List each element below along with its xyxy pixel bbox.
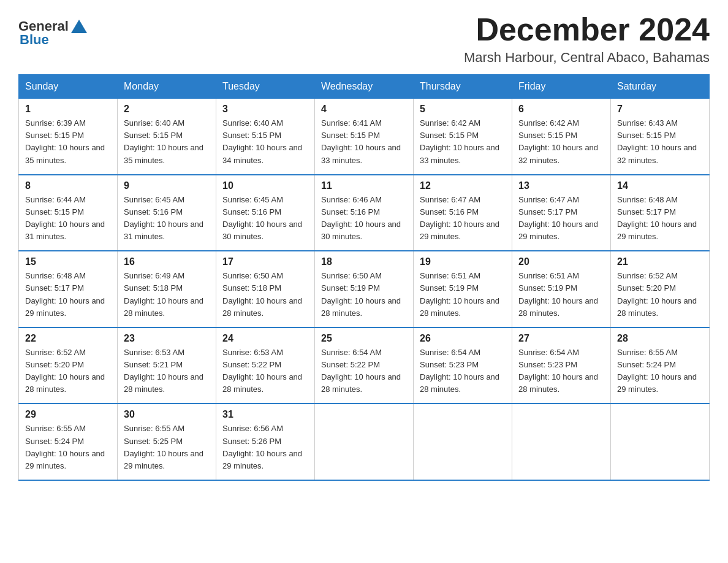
sunset-label: Sunset: 5:18 PM [222,283,281,293]
calendar-table: Sunday Monday Tuesday Wednesday Thursday… [18,74,710,481]
daylight-label: Daylight: 10 hours and 30 minutes. [321,220,401,241]
sunrise-label: Sunrise: 6:45 AM [222,195,283,204]
sunset-label: Sunset: 5:16 PM [124,207,183,216]
sunrise-label: Sunrise: 6:44 AM [25,195,86,204]
day-number: 11 [321,180,407,191]
daylight-label: Daylight: 10 hours and 28 minutes. [321,372,401,394]
daylight-label: Daylight: 10 hours and 28 minutes. [321,296,401,318]
day-number: 27 [518,333,604,344]
day-info: Sunrise: 6:54 AM Sunset: 5:23 PM Dayligh… [518,347,604,396]
sunrise-label: Sunrise: 6:55 AM [617,348,678,357]
sunrise-label: Sunrise: 6:47 AM [420,195,480,204]
day-info: Sunrise: 6:47 AM Sunset: 5:16 PM Dayligh… [420,194,506,243]
day-number: 28 [617,333,703,344]
daylight-label: Daylight: 10 hours and 28 minutes. [420,296,499,318]
calendar-cell: 24 Sunrise: 6:53 AM Sunset: 5:22 PM Dayl… [216,327,315,404]
header-row: Sunday Monday Tuesday Wednesday Thursday… [19,75,710,99]
day-number: 4 [321,104,407,115]
sunset-label: Sunset: 5:24 PM [617,360,676,369]
sunrise-label: Sunrise: 6:53 AM [222,348,283,357]
calendar-cell: 19 Sunrise: 6:51 AM Sunset: 5:19 PM Dayl… [414,251,512,327]
sunset-label: Sunset: 5:25 PM [124,437,183,446]
day-number: 18 [321,256,407,267]
calendar-cell: 22 Sunrise: 6:52 AM Sunset: 5:20 PM Dayl… [19,327,118,404]
sunset-label: Sunset: 5:19 PM [518,283,577,293]
col-thursday: Thursday [414,75,512,99]
sunset-label: Sunset: 5:18 PM [124,283,183,293]
day-info: Sunrise: 6:51 AM Sunset: 5:19 PM Dayligh… [420,270,506,320]
calendar-week-row: 8 Sunrise: 6:44 AM Sunset: 5:15 PM Dayli… [19,175,710,251]
daylight-label: Daylight: 10 hours and 29 minutes. [222,449,302,470]
sunset-label: Sunset: 5:19 PM [321,283,380,293]
sunrise-label: Sunrise: 6:43 AM [617,118,678,128]
daylight-label: Daylight: 10 hours and 32 minutes. [617,143,697,164]
daylight-label: Daylight: 10 hours and 29 minutes. [617,372,697,394]
day-info: Sunrise: 6:46 AM Sunset: 5:16 PM Dayligh… [321,194,407,243]
daylight-label: Daylight: 10 hours and 28 minutes. [124,296,203,318]
month-title: December 2024 [464,12,710,47]
calendar-cell: 25 Sunrise: 6:54 AM Sunset: 5:22 PM Dayl… [315,327,414,404]
sunset-label: Sunset: 5:15 PM [222,131,281,140]
sunrise-label: Sunrise: 6:50 AM [222,271,283,280]
sunset-label: Sunset: 5:21 PM [124,360,183,369]
sunrise-label: Sunrise: 6:42 AM [518,118,579,128]
calendar-cell: 18 Sunrise: 6:50 AM Sunset: 5:19 PM Dayl… [315,251,414,327]
calendar-header: Sunday Monday Tuesday Wednesday Thursday… [19,75,710,99]
calendar-cell: 5 Sunrise: 6:42 AM Sunset: 5:15 PM Dayli… [414,99,512,175]
sunset-label: Sunset: 5:15 PM [518,131,577,140]
logo-text-blue: Blue [20,32,49,48]
sunrise-label: Sunrise: 6:50 AM [321,271,382,280]
calendar-cell: 15 Sunrise: 6:48 AM Sunset: 5:17 PM Dayl… [19,251,118,327]
day-info: Sunrise: 6:47 AM Sunset: 5:17 PM Dayligh… [518,194,604,243]
sunset-label: Sunset: 5:16 PM [420,207,479,216]
day-number: 15 [25,256,111,267]
calendar-cell: 21 Sunrise: 6:52 AM Sunset: 5:20 PM Dayl… [611,251,710,327]
sunrise-label: Sunrise: 6:52 AM [25,348,86,357]
calendar-cell: 14 Sunrise: 6:48 AM Sunset: 5:17 PM Dayl… [611,175,710,251]
sunrise-label: Sunrise: 6:54 AM [321,348,382,357]
day-number: 9 [124,180,210,191]
sunset-label: Sunset: 5:15 PM [124,131,183,140]
daylight-label: Daylight: 10 hours and 30 minutes. [222,220,302,241]
location-title: Marsh Harbour, Central Abaco, Bahamas [464,50,710,66]
sunset-label: Sunset: 5:16 PM [222,207,281,216]
sunset-label: Sunset: 5:19 PM [420,283,479,293]
calendar-cell: 4 Sunrise: 6:41 AM Sunset: 5:15 PM Dayli… [315,99,414,175]
sunset-label: Sunset: 5:15 PM [25,207,84,216]
calendar-cell: 1 Sunrise: 6:39 AM Sunset: 5:15 PM Dayli… [19,99,118,175]
sunrise-label: Sunrise: 6:56 AM [222,424,283,433]
day-info: Sunrise: 6:52 AM Sunset: 5:20 PM Dayligh… [617,270,703,320]
day-number: 10 [222,180,308,191]
col-wednesday: Wednesday [315,75,414,99]
day-info: Sunrise: 6:44 AM Sunset: 5:15 PM Dayligh… [25,194,111,243]
calendar-cell: 9 Sunrise: 6:45 AM Sunset: 5:16 PM Dayli… [118,175,216,251]
calendar-cell: 3 Sunrise: 6:40 AM Sunset: 5:15 PM Dayli… [216,99,315,175]
day-number: 21 [617,256,703,267]
day-number: 13 [518,180,604,191]
sunrise-label: Sunrise: 6:52 AM [617,271,678,280]
day-number: 14 [617,180,703,191]
calendar-cell: 26 Sunrise: 6:54 AM Sunset: 5:23 PM Dayl… [414,327,512,404]
day-info: Sunrise: 6:55 AM Sunset: 5:25 PM Dayligh… [124,423,210,472]
day-number: 5 [420,104,506,115]
logo: General Blue [18,18,87,48]
daylight-label: Daylight: 10 hours and 29 minutes. [420,220,499,241]
sunrise-label: Sunrise: 6:51 AM [420,271,480,280]
day-info: Sunrise: 6:39 AM Sunset: 5:15 PM Dayligh… [25,117,111,167]
calendar-cell: 6 Sunrise: 6:42 AM Sunset: 5:15 PM Dayli… [512,99,611,175]
day-number: 7 [617,104,703,115]
calendar-cell: 20 Sunrise: 6:51 AM Sunset: 5:19 PM Dayl… [512,251,611,327]
day-info: Sunrise: 6:53 AM Sunset: 5:22 PM Dayligh… [222,347,308,396]
day-info: Sunrise: 6:45 AM Sunset: 5:16 PM Dayligh… [222,194,308,243]
day-info: Sunrise: 6:42 AM Sunset: 5:15 PM Dayligh… [420,117,506,167]
calendar-cell: 16 Sunrise: 6:49 AM Sunset: 5:18 PM Dayl… [118,251,216,327]
day-info: Sunrise: 6:40 AM Sunset: 5:15 PM Dayligh… [124,117,210,167]
calendar-cell: 27 Sunrise: 6:54 AM Sunset: 5:23 PM Dayl… [512,327,611,404]
day-info: Sunrise: 6:43 AM Sunset: 5:15 PM Dayligh… [617,117,703,167]
day-number: 17 [222,256,308,267]
day-info: Sunrise: 6:49 AM Sunset: 5:18 PM Dayligh… [124,270,210,320]
sunrise-label: Sunrise: 6:48 AM [25,271,86,280]
sunrise-label: Sunrise: 6:54 AM [420,348,480,357]
sunrise-label: Sunrise: 6:46 AM [321,195,382,204]
daylight-label: Daylight: 10 hours and 28 minutes. [222,372,302,394]
